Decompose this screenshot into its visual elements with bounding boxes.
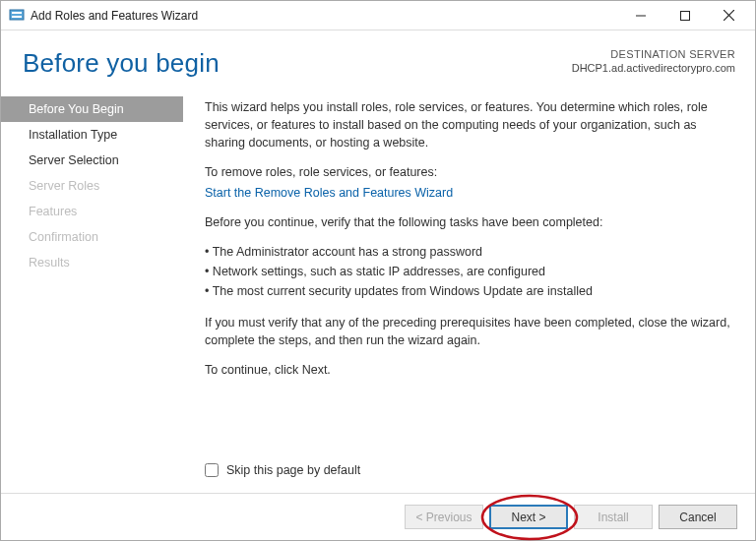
destination-server-label: DESTINATION SERVER	[572, 48, 735, 60]
list-item: Network settings, such as static IP addr…	[205, 263, 733, 280]
wizard-content: This wizard helps you install roles, rol…	[183, 89, 755, 493]
sidebar-item-confirmation: Confirmation	[1, 224, 183, 250]
close-button[interactable]	[707, 1, 751, 30]
svg-rect-1	[12, 12, 22, 14]
list-item: The most current security updates from W…	[205, 282, 733, 300]
remove-roles-label: To remove roles, role services, or featu…	[205, 163, 733, 181]
install-button: Install	[574, 505, 653, 529]
wizard-footer: < Previous Next > Install Cancel	[1, 493, 755, 540]
start-remove-wizard-link[interactable]: Start the Remove Roles and Features Wiza…	[205, 186, 453, 200]
sidebar-item-installation-type[interactable]: Installation Type	[1, 122, 183, 148]
minimize-button[interactable]	[618, 1, 662, 30]
sidebar-item-server-selection[interactable]: Server Selection	[1, 148, 183, 173]
close-note-text: If you must verify that any of the prece…	[205, 314, 733, 349]
sidebar-item-features: Features	[1, 199, 183, 224]
list-item: The Administrator account has a strong p…	[205, 243, 733, 261]
skip-page-label: Skip this page by default	[226, 461, 360, 479]
maximize-button[interactable]	[662, 1, 707, 30]
prerequisites-list: The Administrator account has a strong p…	[205, 243, 733, 302]
wizard-steps-sidebar: Before You Begin Installation Type Serve…	[1, 89, 183, 493]
continue-note-text: To continue, click Next.	[205, 361, 733, 379]
page-title: Before you begin	[23, 48, 220, 79]
verify-intro-text: Before you continue, verify that the fol…	[205, 213, 733, 231]
svg-rect-2	[12, 16, 22, 18]
svg-rect-0	[10, 10, 24, 20]
sidebar-item-results: Results	[1, 250, 183, 275]
destination-server-info: DESTINATION SERVER DHCP1.ad.activedirect…	[572, 48, 735, 74]
skip-page-checkbox[interactable]	[205, 463, 219, 477]
window-title: Add Roles and Features Wizard	[31, 9, 198, 23]
sidebar-item-server-roles: Server Roles	[1, 173, 183, 199]
wizard-header: Before you begin DESTINATION SERVER DHCP…	[1, 30, 755, 89]
wizard-window: Add Roles and Features Wizard Before you…	[0, 0, 756, 541]
previous-button: < Previous	[405, 505, 483, 529]
cancel-button[interactable]: Cancel	[659, 505, 737, 529]
titlebar: Add Roles and Features Wizard	[1, 1, 755, 30]
next-button[interactable]: Next >	[489, 505, 568, 529]
intro-text: This wizard helps you install roles, rol…	[205, 98, 733, 151]
svg-rect-4	[680, 11, 689, 20]
destination-server-name: DHCP1.ad.activedirectorypro.com	[572, 62, 735, 74]
sidebar-item-before-you-begin[interactable]: Before You Begin	[1, 96, 183, 122]
server-manager-icon	[9, 8, 25, 24]
